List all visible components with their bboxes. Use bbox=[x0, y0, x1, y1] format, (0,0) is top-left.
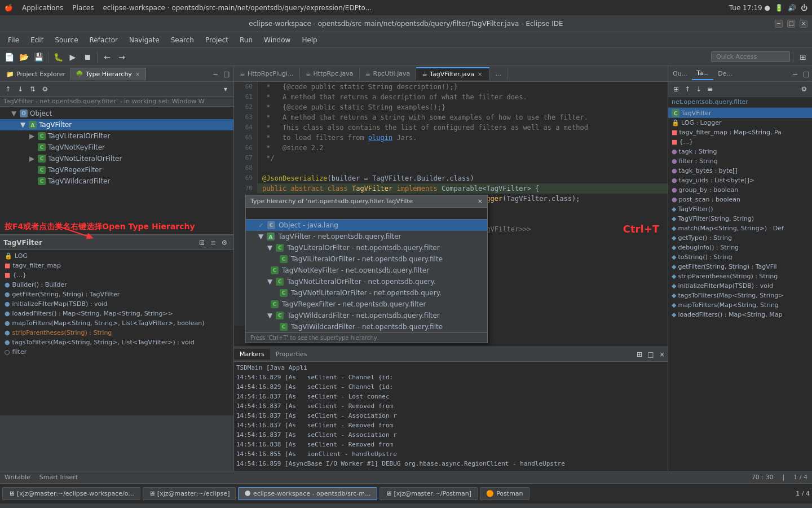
type-hierarchy-close[interactable]: × bbox=[134, 71, 141, 77]
ac-item-tagvfilter[interactable]: ▼ A TagVFilter - net.opentsdb.query.filt… bbox=[246, 231, 487, 242]
menu-source[interactable]: Source bbox=[49, 34, 83, 46]
tab-properties[interactable]: Properties bbox=[270, 349, 313, 360]
menu-help[interactable]: Help bbox=[296, 34, 323, 46]
toolbar-run[interactable]: ▶ bbox=[66, 50, 80, 64]
tree-item-tagvfilter[interactable]: ▼ A TagVFilter bbox=[0, 119, 233, 130]
toolbar-save[interactable]: 💾 bbox=[32, 50, 45, 64]
right-member-getfilter[interactable]: ◆ getFilter(String, String) : TagVFil bbox=[668, 262, 812, 271]
right-member-loadedfilters[interactable]: ◆ loadedFilters() : Map<String, Map bbox=[668, 310, 812, 319]
tab-markers[interactable]: Markers bbox=[234, 349, 270, 360]
right-tb-1[interactable]: ⊞ bbox=[670, 84, 682, 95]
console-btn2[interactable]: □ bbox=[645, 349, 656, 360]
hierarchy-supertype-btn[interactable]: ↑ bbox=[2, 84, 14, 95]
member-tagstofilters[interactable]: ● tagsToFilters(Map<String, String>, Lis… bbox=[0, 338, 233, 347]
tab-rpcutil[interactable]: ☕ RpcUtil.java bbox=[360, 68, 417, 80]
expand-tagvliteral[interactable]: ▶ bbox=[29, 132, 37, 140]
expand-tagvnotliteral[interactable]: ▶ bbox=[29, 155, 37, 163]
members-btn3[interactable]: ⚙ bbox=[219, 237, 230, 248]
left-panel-maximize[interactable]: □ bbox=[221, 68, 232, 80]
console-btn3[interactable]: × bbox=[656, 349, 668, 360]
member-loadedfilters[interactable]: ● loadedFilters() : Map<String, Map<Stri… bbox=[0, 309, 233, 318]
right-member-tagk[interactable]: ● tagk : String bbox=[668, 147, 812, 156]
taskbar-terminal1[interactable]: 🖥 [xjz@master:~/eclipse-workspace/o... bbox=[2, 487, 140, 500]
members-btn2[interactable]: ≡ bbox=[208, 237, 219, 248]
right-tagvfilter-class[interactable]: C TagVFilter bbox=[668, 108, 812, 118]
hierarchy-settings-btn[interactable]: ⚙ bbox=[39, 84, 51, 95]
right-member-tagstofilters[interactable]: ◆ tagsToFilters(Map<String, String> bbox=[668, 291, 812, 300]
tab-tagvfilter-hierarchy[interactable]: Ta... bbox=[692, 67, 713, 80]
toolbar-debug[interactable]: 🐛 bbox=[51, 50, 65, 64]
tab-type-hierarchy[interactable]: 🌳 Type Hierarchy × bbox=[70, 68, 146, 80]
toolbar-new[interactable]: 📄 bbox=[2, 50, 16, 64]
expand-tagvfilter[interactable]: ▼ bbox=[20, 121, 28, 129]
right-member-filter[interactable]: ● filter : String bbox=[668, 156, 812, 166]
member-filter[interactable]: ○ filter bbox=[0, 347, 233, 357]
tab-more[interactable]: ... bbox=[489, 68, 508, 80]
right-panel-maximize[interactable]: □ bbox=[801, 68, 812, 80]
applications-menu[interactable]: Applications bbox=[22, 4, 63, 12]
expand-object[interactable]: ▼ bbox=[11, 110, 19, 117]
close-button[interactable]: × bbox=[800, 20, 807, 28]
taskbar-terminal2[interactable]: 🖥 [xjz@master:~/eclipse] bbox=[143, 487, 236, 500]
hierarchy-menu-btn[interactable]: ▾ bbox=[220, 84, 231, 95]
menu-refactor[interactable]: Refactor bbox=[84, 34, 123, 46]
right-member-tagvuids[interactable]: ● tagv_uids : List<byte[]> bbox=[668, 176, 812, 185]
tab-close-tagvfilter[interactable]: × bbox=[476, 71, 483, 77]
right-member-filtermap[interactable]: ■ tagv_filter_map : Map<String, Pa bbox=[668, 128, 812, 137]
right-member-constructor1[interactable]: ◆ TagVFilter() bbox=[668, 204, 812, 214]
menu-window[interactable]: Window bbox=[258, 34, 296, 46]
menu-search[interactable]: Search bbox=[165, 34, 200, 46]
toolbar-back[interactable]: ← bbox=[100, 50, 114, 64]
toolbar-stop[interactable]: ⏹ bbox=[81, 50, 94, 64]
right-member-initfiltermap[interactable]: ◆ initializeFilterMap(TSDB) : void bbox=[668, 281, 812, 291]
ac-item-object[interactable]: ✓ C Object - java.lang bbox=[246, 220, 487, 231]
tree-item-tagvnotliteralorfilter[interactable]: ▶ C TagVNotLiteralOrFilter bbox=[0, 153, 233, 164]
taskbar-postman[interactable]: 🟠 Postman bbox=[480, 487, 529, 500]
member-filter-map[interactable]: ■ tagv_filter_map bbox=[0, 261, 233, 270]
menu-edit[interactable]: Edit bbox=[25, 34, 49, 46]
ac-item-tagvnotliteralorfilter[interactable]: ▼ C TagVNotLiteralOrFilter - net.opentsd… bbox=[246, 276, 487, 287]
menu-file[interactable]: File bbox=[2, 34, 25, 46]
right-member-tostring[interactable]: ◆ toString() : String bbox=[668, 252, 812, 262]
hierarchy-subtype-btn[interactable]: ↓ bbox=[15, 84, 26, 95]
places-menu[interactable]: Places bbox=[72, 4, 94, 12]
right-tb-5[interactable]: ⚙ bbox=[798, 84, 810, 95]
menu-run[interactable]: Run bbox=[234, 34, 258, 46]
member-braces[interactable]: ■ {...} bbox=[0, 270, 233, 280]
member-stripparens[interactable]: ● stripParentheses(String) : String bbox=[0, 328, 233, 338]
tree-item-tagvregexfilter[interactable]: C TagVRegexFilter bbox=[0, 164, 233, 176]
right-member-match[interactable]: ◆ match(Map<String, String>) : Def bbox=[668, 224, 812, 233]
tab-declarations[interactable]: De... bbox=[713, 68, 737, 80]
autocomplete-popup[interactable]: Type hierarchy of 'net.opentsdb.query.fi… bbox=[245, 195, 488, 343]
ac-item-tagvnotkeyfilter[interactable]: C TagVNotKeyFilter - net.opentsdb.query.… bbox=[246, 265, 487, 276]
ac-item-tagviliteralorfilter[interactable]: C TagVILiteralOrFilter - net.opentsdb.qu… bbox=[246, 253, 487, 265]
autocomplete-search[interactable] bbox=[246, 208, 487, 220]
quick-access-input[interactable]: Quick Access bbox=[711, 51, 790, 62]
menu-navigate[interactable]: Navigate bbox=[123, 34, 165, 46]
ac-item-tagvliteralorfilter[interactable]: ▼ C TagVLiteralOrFilter - net.opentsdb.q… bbox=[246, 242, 487, 253]
right-panel-minimize[interactable]: − bbox=[789, 68, 801, 80]
right-member-maptofilters[interactable]: ◆ mapToFilters(Map<String, String bbox=[668, 300, 812, 310]
type-hierarchy-tree[interactable]: ▼ O Object ▼ A TagVFilter bbox=[0, 107, 233, 220]
ac-item-tagvregexfilter[interactable]: C TagVRegexFilter - net.opentsdb.query.f… bbox=[246, 299, 487, 310]
toolbar-open[interactable]: 📂 bbox=[17, 50, 30, 64]
toolbar-forward[interactable]: → bbox=[115, 50, 129, 64]
ac-item-tagviwildcardfilter[interactable]: C TagVIWildcardFilter - net.opentsdb.que… bbox=[246, 321, 487, 332]
right-member-tagkbytes[interactable]: ● tagk_bytes : byte[] bbox=[668, 166, 812, 176]
tree-item-tagvliteralorfilter[interactable]: ▶ C TagVLiteralOrFilter bbox=[0, 130, 233, 142]
right-tb-2[interactable]: ↑ bbox=[682, 84, 693, 95]
right-member-gettype[interactable]: ◆ getType() : String bbox=[668, 233, 812, 243]
autocomplete-close[interactable]: × bbox=[478, 198, 483, 205]
member-getfilter[interactable]: ● getFilter(String, String) : TagVFilter bbox=[0, 290, 233, 299]
right-member-debuginfo[interactable]: ◆ debugInfo() : String bbox=[668, 243, 812, 252]
member-maptofilters[interactable]: ● mapToFilters(Map<String, String>, List… bbox=[0, 318, 233, 328]
member-initfiltermap[interactable]: ● initializeFilterMap(TSDB) : void bbox=[0, 299, 233, 309]
member-builder[interactable]: ● Builder() : Builder bbox=[0, 280, 233, 290]
toolbar-perspective[interactable]: ⊞ bbox=[796, 50, 810, 64]
tree-item-object[interactable]: ▼ O Object bbox=[0, 108, 233, 119]
taskbar-eclipse[interactable]: 🌑 eclipse-workspace - opentsdb/src-m... bbox=[238, 487, 377, 500]
taskbar-postman-terminal[interactable]: 🖥 [xjz@master:~/Postman] bbox=[379, 487, 478, 500]
right-member-constructor2[interactable]: ◆ TagVFilter(String, String) bbox=[668, 214, 812, 224]
menu-project[interactable]: Project bbox=[200, 34, 234, 46]
tab-tagvfilter[interactable]: ☕ TagVFilter.java × bbox=[416, 67, 489, 80]
